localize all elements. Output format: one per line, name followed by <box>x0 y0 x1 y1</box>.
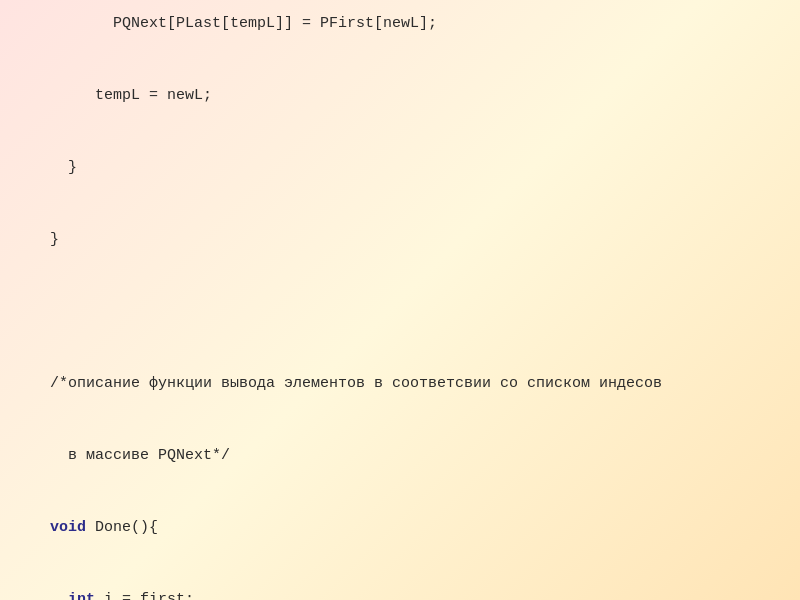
code-line-comment-2: в массиве PQNext*/ <box>50 444 750 468</box>
code-display: while ( tempL < B - 1 ){ newL = tempL + … <box>20 0 780 600</box>
code-line-blank <box>50 300 750 324</box>
code-line-comment-1: /*описание функции вывода элементов в со… <box>50 372 750 396</box>
code-line-7: tempL = newL; <box>50 84 750 108</box>
code-line-6: PQNext[PLast[tempL]] = PFirst[newL]; <box>50 12 750 36</box>
code-line-13: void Done(){ <box>50 516 750 540</box>
code-line-8: } <box>50 156 750 180</box>
code-line-9: } <box>50 228 750 252</box>
code-line-14: int i = first; <box>50 588 750 600</box>
